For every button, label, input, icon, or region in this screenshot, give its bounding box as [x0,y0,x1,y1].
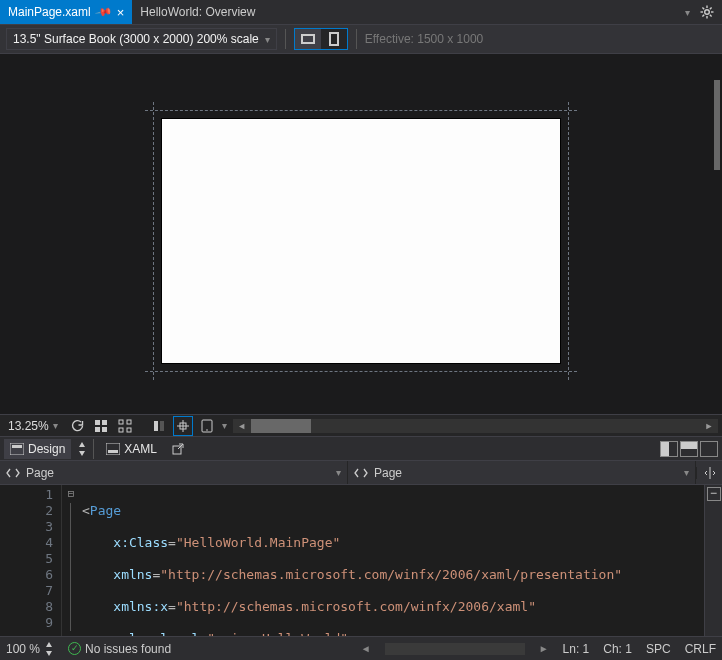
chevron-down-icon: ▾ [336,467,341,478]
svg-rect-14 [127,420,131,424]
element-icon [6,467,20,479]
scroll-left-icon[interactable]: ◄ [233,419,251,433]
pane-header: Design XAML [0,436,722,460]
status-bar: 100 % ✓ No issues found ◄ ► Ln: 1 Ch: 1 … [0,636,722,660]
status-hscroll[interactable] [385,643,525,655]
close-icon[interactable]: × [117,6,125,19]
chevron-down-icon[interactable]: ▾ [222,420,227,431]
canvas-wrapper [153,110,569,372]
line-number: 3 [0,519,53,535]
element-icon [354,467,368,479]
code-token: "http://schemas.microsoft.com/winfx/2006… [176,599,536,614]
split-toggle-icon[interactable] [696,467,722,479]
svg-rect-24 [10,443,24,455]
status-zoom[interactable]: 100 % [6,642,54,656]
designer-hscroll[interactable]: ◄ ► [233,419,718,433]
tab-overflow-icon[interactable]: ▾ [685,7,690,18]
svg-rect-13 [119,420,123,424]
device-select[interactable]: 13.5" Surface Book (3000 x 2000) 200% sc… [6,28,277,50]
design-canvas[interactable] [161,118,561,364]
guide-right [568,102,569,380]
chevron-down-icon: ▾ [265,34,270,45]
svg-rect-26 [106,443,120,455]
code-area[interactable]: <Page x:Class="HelloWorld.MainPage" xmln… [80,485,704,636]
portrait-icon [329,32,339,46]
svg-line-5 [702,7,704,9]
design-pane-button[interactable]: Design [4,439,71,459]
svg-line-7 [710,7,712,9]
split-vertical-button[interactable] [660,441,678,457]
guide-left [153,102,154,380]
popout-icon[interactable] [169,440,187,458]
ok-icon: ✓ [68,642,81,655]
tab-label: MainPage.xaml [8,5,91,19]
svg-rect-18 [160,421,164,431]
orientation-group [294,28,348,50]
line-number: 6 [0,567,53,583]
xaml-label: XAML [124,442,157,456]
editor-overview-ruler[interactable]: − [704,485,722,636]
status-issues[interactable]: ✓ No issues found [68,642,171,656]
designer-vscroll[interactable] [714,80,720,414]
snap-lines-icon[interactable] [174,417,192,435]
line-number: 2 [0,503,53,519]
xaml-editor: 1 2 3 4 5 6 7 8 9 ⊟ <Page x:Class="Hello… [0,484,722,636]
outline-column[interactable]: ⊟ [62,485,80,636]
scroll-right-icon[interactable]: ► [539,643,549,654]
svg-rect-12 [102,427,107,432]
svg-point-23 [206,429,208,431]
scroll-right-icon[interactable]: ► [700,419,718,433]
member-nav-right[interactable]: Page ▾ [348,461,696,484]
scroll-left-icon[interactable]: ◄ [361,643,371,654]
designer-tool-row: 13.25% ▾ ▾ ◄ ► [0,414,722,436]
tab-mainpage[interactable]: MainPage.xaml 📌 × [0,0,132,24]
landscape-button[interactable] [295,29,321,49]
divider [285,29,286,49]
type-nav-left[interactable]: Page ▾ [0,461,348,484]
tab-label: HelloWorld: Overview [140,5,255,19]
single-pane-button[interactable] [700,441,718,457]
zoom-stepper-icon[interactable] [44,642,54,656]
split-horizontal-button[interactable] [680,441,698,457]
grid-icon[interactable] [92,417,110,435]
line-number: 4 [0,535,53,551]
svg-line-8 [702,15,704,17]
status-issues-label: No issues found [85,642,171,656]
design-label: Design [28,442,65,456]
status-line[interactable]: Ln: 1 [563,642,590,656]
status-col[interactable]: Ch: 1 [603,642,632,656]
design-icon [10,443,24,455]
snap-icon[interactable] [150,417,168,435]
svg-rect-27 [108,450,118,453]
svg-rect-15 [119,428,123,432]
swap-panes-icon[interactable] [77,442,87,456]
line-number: 9 [0,615,53,631]
scrollbar-track[interactable] [251,419,700,433]
code-token: x:Class [113,535,168,550]
xaml-pane-button[interactable]: XAML [100,439,163,459]
guide-bottom [145,371,577,372]
landscape-icon [301,34,315,44]
grid-dots-icon[interactable] [116,417,134,435]
svg-rect-16 [127,428,131,432]
scrollbar-thumb[interactable] [714,80,720,170]
status-crlf[interactable]: CRLF [685,642,716,656]
chevron-down-icon: ▾ [684,467,689,478]
refresh-icon[interactable] [68,417,86,435]
tab-overview[interactable]: HelloWorld: Overview [132,0,263,24]
gear-icon[interactable] [700,5,714,19]
svg-rect-10 [102,420,107,425]
scrollbar-thumb[interactable] [251,419,311,433]
designer-surface[interactable] [0,54,722,414]
collapse-icon[interactable]: ⊟ [62,487,80,503]
document-tabs: MainPage.xaml 📌 × HelloWorld: Overview ▾ [0,0,722,24]
zoom-combo[interactable]: 13.25% ▾ [4,418,62,434]
status-spc[interactable]: SPC [646,642,671,656]
svg-rect-11 [95,427,100,432]
collapse-region-icon[interactable]: − [707,487,721,501]
device-toolbar: 13.5" Surface Book (3000 x 2000) 200% sc… [0,24,722,54]
type-label: Page [26,466,54,480]
device-frame-icon[interactable] [198,417,216,435]
pin-icon[interactable]: 📌 [94,3,113,22]
portrait-button[interactable] [321,29,347,49]
